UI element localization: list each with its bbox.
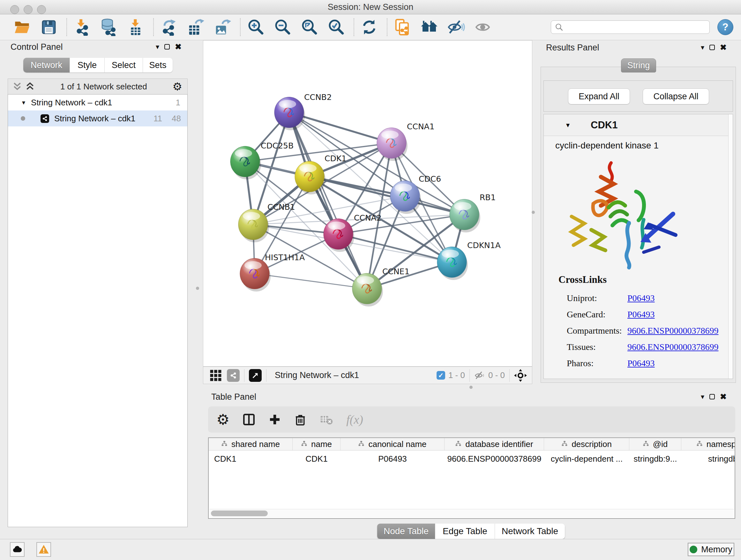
zoom-out-icon[interactable] (273, 18, 292, 37)
delete-column-trash-icon[interactable] (294, 413, 307, 426)
network-node-RB1[interactable] (450, 199, 480, 233)
sort-column-icon[interactable] (301, 439, 307, 449)
network-node-CCNB2[interactable] (274, 97, 305, 130)
column-header-namespace[interactable]: namespace (681, 438, 735, 450)
copy-style-icon[interactable] (393, 18, 412, 37)
close-panel-icon[interactable]: ✖ (720, 393, 727, 401)
warning-status-button[interactable] (37, 542, 51, 557)
collapse-all-button[interactable]: Collapse All (643, 88, 709, 105)
network-node-CCNA2[interactable] (324, 219, 354, 252)
crosslink-genecard-link[interactable]: P06493 (627, 309, 718, 320)
node-details-header[interactable]: ▾ CDK1 (544, 114, 733, 136)
column-header-name[interactable]: name (293, 438, 340, 450)
table-horizontal-scrollbar[interactable] (209, 509, 734, 517)
crosslink-compartments-link[interactable]: 9606.ENSP00000378699 (627, 326, 718, 336)
vertical-splitter-grip[interactable] (196, 287, 199, 290)
crosslink-uniprot-link[interactable]: P06493 (627, 293, 718, 303)
network-row[interactable]: String Network – cdk1 11 48 (8, 111, 187, 126)
pan-move-icon[interactable] (514, 369, 527, 382)
zoom-selected-icon[interactable] (327, 18, 345, 37)
tab-network-table[interactable]: Network Table (495, 523, 565, 539)
import-database-icon[interactable] (99, 18, 118, 37)
vertical-splitter-grip[interactable] (532, 211, 535, 214)
network-node-CDC6[interactable] (390, 181, 421, 214)
column-header-id[interactable]: @id (629, 438, 681, 450)
network-node-CDKN1A[interactable] (437, 247, 468, 280)
collapse-panel-icon[interactable]: ▾ (701, 44, 704, 51)
network-node-HIST1H1A[interactable] (240, 258, 271, 292)
function-builder-icon[interactable]: f(x) (346, 413, 363, 427)
expand-all-tree-icon[interactable] (12, 82, 22, 91)
column-header-canonical-name[interactable]: canonical name (340, 438, 445, 450)
network-node-CCNE1[interactable] (352, 273, 383, 307)
refresh-icon[interactable] (360, 18, 379, 37)
network-canvas[interactable]: CCNB2CCNA1CDC25BCDK1CDC6RB1CCNB1CCNA2CDK… (203, 40, 532, 367)
export-network-icon[interactable] (159, 18, 178, 37)
network-edge-HIST1H1A-CCNE1[interactable] (255, 273, 367, 289)
sort-column-icon[interactable] (221, 439, 227, 449)
zoom-in-icon[interactable] (246, 18, 265, 37)
network-graph[interactable]: CCNB2CCNA1CDC25BCDK1CDC6RB1CCNB1CCNA2CDK… (203, 41, 532, 366)
sort-column-icon[interactable] (358, 439, 364, 449)
sort-column-icon[interactable] (455, 439, 461, 449)
tab-style[interactable]: Style (70, 58, 105, 72)
float-panel-icon[interactable] (164, 44, 170, 50)
hide-selected-icon[interactable] (447, 18, 465, 37)
search-input[interactable] (566, 22, 710, 33)
table-row[interactable]: CDK1 CDK1 P06493 9606.ENSP00000378699 cy… (209, 450, 735, 467)
help-icon[interactable]: ? (718, 19, 733, 35)
open-session-icon[interactable] (13, 18, 31, 37)
cloud-status-button[interactable] (10, 542, 24, 557)
close-panel-icon[interactable]: ✖ (720, 44, 727, 51)
create-column-plus-icon[interactable] (268, 413, 281, 426)
birds-eye-view-icon[interactable] (210, 369, 222, 381)
horizontal-splitter-grip[interactable] (469, 386, 473, 389)
tab-sets[interactable]: Sets (143, 58, 173, 72)
expand-all-button[interactable]: Expand All (568, 88, 630, 105)
sort-column-icon[interactable] (696, 439, 703, 449)
column-header-shared-name[interactable]: shared name (209, 438, 293, 450)
save-session-icon[interactable] (40, 18, 58, 37)
tab-edge-table[interactable]: Edge Table (435, 523, 495, 539)
tab-node-table[interactable]: Node Table (377, 523, 435, 539)
entry-expander-icon[interactable]: ▾ (566, 121, 569, 129)
export-image-icon[interactable] (213, 18, 232, 37)
scrollbar-thumb[interactable] (211, 510, 268, 516)
close-panel-icon[interactable]: ✖ (175, 43, 182, 51)
home-layout-icon[interactable] (420, 18, 439, 37)
collapse-panel-icon[interactable]: ▾ (701, 393, 704, 400)
network-options-gear-icon[interactable]: ⚙ (173, 80, 182, 93)
network-edge-CCNB2-CCNE1[interactable] (289, 112, 367, 289)
tree-expander-icon[interactable]: ▾ (22, 99, 25, 106)
crosslink-pharos-link[interactable]: P06493 (627, 358, 718, 368)
goto-network-icon[interactable] (249, 369, 262, 382)
float-panel-icon[interactable] (710, 45, 715, 50)
crosslink-tissues-link[interactable]: 9606.ENSP00000378699 (627, 342, 718, 352)
show-all-icon[interactable] (474, 18, 492, 37)
collapse-all-tree-icon[interactable] (25, 82, 35, 91)
network-node-CCNA1[interactable] (377, 128, 408, 161)
network-node-CDK1[interactable] (295, 161, 326, 194)
import-table-icon[interactable] (126, 18, 145, 37)
selected-count-checkbox-icon[interactable]: ✓ (436, 371, 445, 380)
results-tab-string[interactable]: String (621, 58, 656, 72)
tab-select[interactable]: Select (105, 58, 143, 72)
float-panel-icon[interactable] (710, 394, 715, 399)
delete-table-icon[interactable] (320, 413, 333, 427)
tab-network[interactable]: Network (23, 58, 70, 72)
sort-column-icon[interactable] (561, 439, 568, 449)
zoom-fit-icon[interactable] (300, 18, 319, 37)
memory-button[interactable]: Memory (688, 543, 734, 556)
column-header-description[interactable]: description (544, 438, 629, 450)
column-header-database-identifier[interactable]: database identifier (445, 438, 544, 450)
import-network-icon[interactable] (73, 18, 91, 37)
sort-column-icon[interactable] (643, 439, 649, 449)
hidden-count-eye-slash-icon[interactable] (474, 370, 485, 381)
network-node-CDC25B[interactable] (230, 146, 261, 179)
table-options-gear-icon[interactable]: ⚙ (216, 412, 229, 427)
network-collection-row[interactable]: ▾ String Network – cdk1 1 (8, 95, 187, 111)
export-table-icon[interactable] (186, 18, 205, 37)
show-columns-icon[interactable] (242, 413, 256, 426)
results-scrollbar[interactable] (728, 114, 733, 379)
string-panel-toggle-icon[interactable] (227, 369, 240, 382)
